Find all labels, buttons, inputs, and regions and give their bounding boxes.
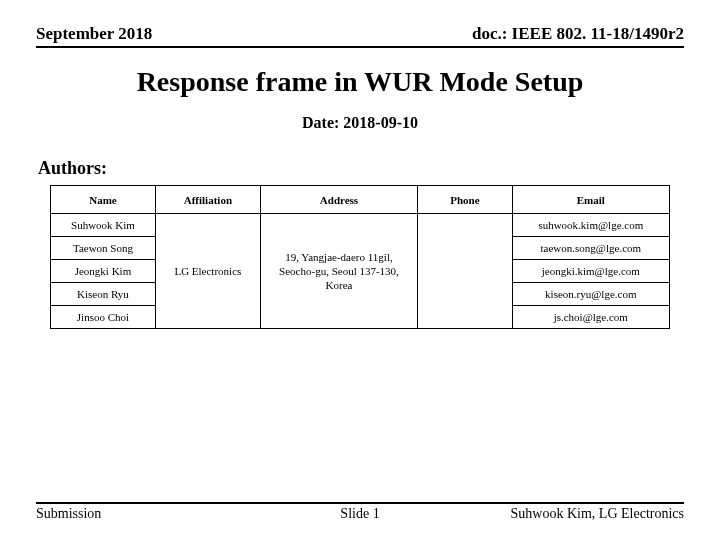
col-phone: Phone (418, 186, 512, 214)
author-phone (418, 214, 512, 329)
footer-right: Suhwook Kim, LG Electronics (511, 506, 684, 522)
footer-center: Slide 1 (340, 506, 379, 522)
author-name: Kiseon Ryu (51, 283, 156, 306)
author-name: Suhwook Kim (51, 214, 156, 237)
author-affiliation: LG Electronics (155, 214, 260, 329)
date-line: Date: 2018-09-10 (36, 114, 684, 132)
page-title: Response frame in WUR Mode Setup (36, 66, 684, 98)
header-doc-number: doc.: IEEE 802. 11-18/1490r2 (472, 24, 684, 44)
table-header-row: Name Affiliation Address Phone Email (51, 186, 670, 214)
authors-table: Name Affiliation Address Phone Email Suh… (50, 185, 670, 329)
author-email: suhwook.kim@lge.com (512, 214, 669, 237)
table-row: Suhwook Kim LG Electronics 19, Yangjae-d… (51, 214, 670, 237)
author-name: Jinsoo Choi (51, 306, 156, 329)
footer: Submission Slide 1 Suhwook Kim, LG Elect… (36, 502, 684, 522)
authors-label: Authors: (38, 158, 684, 179)
author-name: Taewon Song (51, 237, 156, 260)
author-email: jeongki.kim@lge.com (512, 260, 669, 283)
header-date: September 2018 (36, 24, 152, 44)
col-name: Name (51, 186, 156, 214)
footer-left: Submission (36, 506, 101, 522)
author-email: taewon.song@lge.com (512, 237, 669, 260)
header: September 2018 doc.: IEEE 802. 11-18/149… (36, 24, 684, 48)
col-address: Address (260, 186, 417, 214)
col-email: Email (512, 186, 669, 214)
author-email: js.choi@lge.com (512, 306, 669, 329)
author-email: kiseon.ryu@lge.com (512, 283, 669, 306)
col-affiliation: Affiliation (155, 186, 260, 214)
author-name: Jeongki Kim (51, 260, 156, 283)
author-address: 19, Yangjae-daero 11gil, Seocho-gu, Seou… (260, 214, 417, 329)
